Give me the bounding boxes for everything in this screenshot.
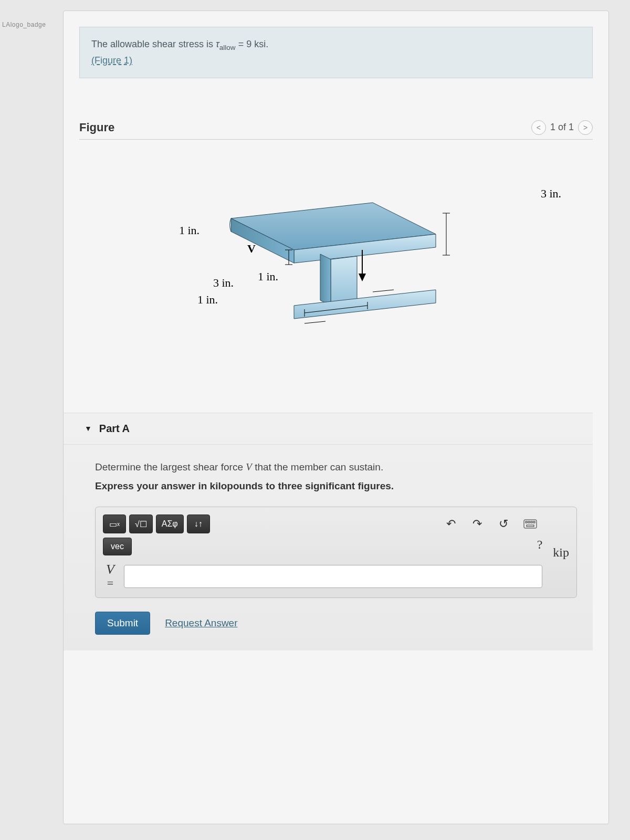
request-answer-link[interactable]: Request Answer (165, 617, 237, 629)
answer-input[interactable] (124, 565, 542, 588)
keyboard-button[interactable] (518, 514, 542, 533)
reset-icon: ↺ (499, 517, 508, 531)
content-page: The allowable shear stress is τallow = 9… (63, 10, 609, 824)
reset-button[interactable]: ↺ (492, 514, 515, 533)
svg-rect-20 (524, 520, 537, 528)
redo-button[interactable]: ↷ (466, 514, 489, 533)
prompt-prefix: Determine the largest shear force (95, 461, 246, 472)
figure-link[interactable]: (Figure 1) (91, 55, 132, 66)
logo-badge-label: LAlogo_badge (2, 21, 46, 28)
intro-equals: = (238, 39, 247, 49)
vec-button[interactable]: vec (103, 538, 132, 555)
svg-rect-25 (527, 525, 534, 527)
undo-icon: ↶ (446, 517, 456, 531)
redo-icon: ↷ (472, 517, 482, 531)
part-a-header[interactable]: ▼ Part A (64, 413, 593, 445)
part-a-body: Determine the largest shear force V that… (64, 445, 593, 650)
unit-label: kip (553, 545, 569, 560)
prompt-suffix: that the member can sustain. (255, 461, 383, 472)
help-button[interactable]: ? (537, 538, 543, 552)
svg-rect-22 (528, 521, 530, 523)
prompt-variable: V (246, 461, 252, 472)
svg-rect-23 (531, 521, 532, 523)
submit-row: Submit Request Answer (95, 612, 577, 635)
subscript-superscript-button[interactable]: ↓↑ (187, 514, 210, 533)
part-a-label: Part A (99, 423, 130, 435)
templates-icon: ▭ (109, 519, 117, 529)
keyboard-icon (523, 519, 537, 529)
part-a-hint: Express your answer in kilopounds to thr… (95, 480, 577, 492)
templates-button[interactable]: ▭x (103, 514, 126, 533)
dim-3in-web: 3 in. (213, 276, 234, 290)
dim-1in-right: 1 in. (258, 270, 278, 284)
svg-rect-24 (533, 521, 535, 523)
equation-toolbar: ▭x √☐ ΑΣφ ↓↑ ↶ ↷ (103, 514, 542, 533)
variable-label: V (103, 563, 118, 576)
svg-line-19 (304, 321, 326, 323)
equals-sign: = (107, 576, 113, 590)
shear-force-v-label: V (247, 242, 256, 256)
figure-pager: < 1 of 1 > (531, 120, 593, 135)
dim-1in-bottom: 1 in. (197, 293, 218, 307)
answer-box: ▭x √☐ ΑΣφ ↓↑ ↶ ↷ (95, 507, 577, 598)
figure-header: Figure < 1 of 1 > (79, 120, 593, 140)
figure-pager-text: 1 of 1 (550, 122, 574, 133)
part-a-section: ▼ Part A Determine the largest shear for… (64, 413, 593, 650)
figure-prev-button[interactable]: < (531, 120, 546, 135)
root-button[interactable]: √☐ (129, 514, 153, 533)
dim-1in-flange: 1 in. (179, 224, 200, 237)
beam-cross-section-svg (200, 171, 472, 360)
tau-symbol: τ (216, 39, 219, 49)
part-a-prompt: Determine the largest shear force V that… (95, 459, 577, 475)
collapse-caret-icon: ▼ (85, 424, 92, 433)
intro-value: 9 ksi. (246, 39, 268, 49)
svg-rect-21 (526, 521, 527, 523)
tau-subscript: allow (219, 44, 236, 51)
greek-button[interactable]: ΑΣφ (156, 514, 184, 533)
undo-button[interactable]: ↶ (439, 514, 463, 533)
figure-canvas: 3 in. 1 in. V 3 in. 1 in. 1 in. (79, 140, 593, 392)
figure-title: Figure (79, 121, 114, 134)
dim-3in-height: 3 in. (541, 187, 561, 201)
problem-intro-box: The allowable shear stress is τallow = 9… (79, 27, 593, 78)
figure-next-button[interactable]: > (578, 120, 593, 135)
submit-button[interactable]: Submit (95, 612, 150, 635)
figure-section: Figure < 1 of 1 > (79, 120, 593, 392)
intro-text: The allowable shear stress is (91, 39, 216, 49)
